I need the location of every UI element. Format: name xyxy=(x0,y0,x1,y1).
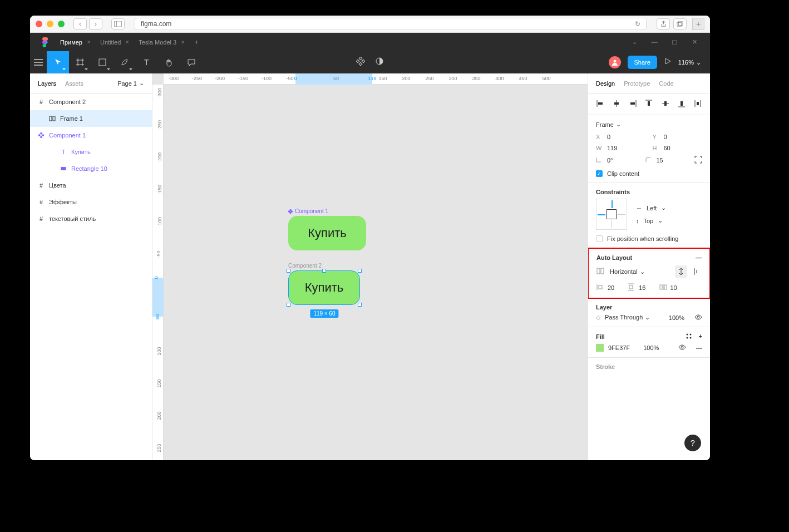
size-badge: 119 × 60 xyxy=(310,309,338,318)
zoom-dropdown[interactable]: 116%⌄ xyxy=(678,59,701,66)
clip-checkbox[interactable]: ✓ xyxy=(596,170,603,177)
close-icon[interactable]: ✕ xyxy=(87,40,91,45)
code-tab[interactable]: Code xyxy=(659,80,673,87)
padding-v-input[interactable]: 16 xyxy=(639,284,645,291)
layer-effects[interactable]: #Эффекты xyxy=(30,194,152,210)
svg-point-20 xyxy=(613,60,616,63)
align-hcenter-icon[interactable] xyxy=(612,99,621,109)
fill-swatch[interactable] xyxy=(596,344,604,352)
distribute-icon[interactable] xyxy=(693,99,702,109)
hand-tool[interactable] xyxy=(158,51,180,73)
align-right-icon[interactable] xyxy=(628,99,637,109)
x-input[interactable]: 0 xyxy=(607,134,610,140)
canvas-button-2-selected[interactable]: Купить xyxy=(288,270,360,305)
direction-dropdown[interactable]: Horizontal⌄ xyxy=(610,268,645,275)
layer-textstyle[interactable]: #текстовый стиль xyxy=(30,210,152,227)
user-avatar[interactable] xyxy=(609,56,621,68)
comment-tool[interactable] xyxy=(180,51,203,73)
fix-position-checkbox[interactable] xyxy=(596,235,603,242)
layer-text-kupit[interactable]: TКупить xyxy=(30,144,152,160)
fill-opacity-input[interactable]: 100% xyxy=(643,344,659,351)
constraint-v-dropdown[interactable]: ↕Top⌄ xyxy=(636,217,666,224)
height-hug-toggle[interactable] xyxy=(675,265,687,278)
h-input[interactable]: 60 xyxy=(664,145,670,151)
address-bar[interactable]: figma.com ↻ xyxy=(135,18,647,30)
blend-dropdown[interactable]: Pass Through⌄ xyxy=(605,314,650,321)
forward-button[interactable]: › xyxy=(89,18,102,29)
text-tool[interactable]: T xyxy=(136,51,158,73)
hamburger-menu-icon[interactable] xyxy=(30,51,47,73)
component-icon[interactable] xyxy=(356,57,365,68)
width-hug-toggle[interactable] xyxy=(689,265,702,278)
constraint-h-dropdown[interactable]: ↔Left⌄ xyxy=(636,204,666,211)
rotation-input[interactable]: 0° xyxy=(607,157,613,164)
layers-tab[interactable]: Layers xyxy=(38,80,56,87)
close-icon[interactable]: ✕ xyxy=(181,40,185,45)
add-tab-button[interactable]: + xyxy=(190,33,203,51)
gap-input[interactable]: 10 xyxy=(670,284,677,291)
svg-rect-16 xyxy=(356,60,359,63)
radius-input[interactable]: 15 xyxy=(657,157,663,164)
pen-tool[interactable] xyxy=(114,51,136,73)
styles-icon[interactable] xyxy=(686,333,692,341)
new-tab-button[interactable]: + xyxy=(692,18,704,30)
sidebar-toggle[interactable] xyxy=(111,18,125,29)
prototype-tab[interactable]: Prototype xyxy=(624,80,650,87)
chevron-down-icon[interactable]: ⌄ xyxy=(629,38,640,46)
remove-autolayout-button[interactable]: — xyxy=(696,254,702,261)
maximize-icon[interactable]: ▢ xyxy=(669,38,680,46)
align-left-icon[interactable] xyxy=(596,99,605,109)
maximize-window-button[interactable] xyxy=(58,21,65,27)
opacity-input[interactable]: 100% xyxy=(669,314,684,321)
add-fill-button[interactable]: + xyxy=(699,333,702,341)
frame-tool[interactable] xyxy=(69,51,91,73)
align-vcenter-icon[interactable] xyxy=(661,99,670,109)
frame-type-dropdown[interactable]: Frame⌄ xyxy=(596,121,702,128)
eye-icon[interactable] xyxy=(694,314,702,321)
tab-tesla[interactable]: Tesla Model 3✕ xyxy=(134,33,190,51)
w-input[interactable]: 119 xyxy=(607,145,617,151)
share-button[interactable]: Share xyxy=(628,56,657,69)
canvas[interactable]: -300 -250 -200 -150 -100 -50 50 150 200 … xyxy=(152,73,588,460)
svg-rect-58 xyxy=(664,285,667,289)
close-window-button[interactable] xyxy=(36,21,42,27)
reload-icon[interactable]: ↻ xyxy=(635,20,640,28)
help-button[interactable]: ? xyxy=(684,435,701,451)
layer-rectangle10[interactable]: Rectangle 10 xyxy=(30,160,152,177)
design-tab[interactable]: Design xyxy=(596,80,615,87)
tabs-icon[interactable] xyxy=(673,18,687,29)
minimize-icon[interactable]: — xyxy=(649,38,660,46)
canvas-label-component2[interactable]: Component 2 xyxy=(288,263,322,269)
layer-frame1[interactable]: Frame 1 xyxy=(30,110,152,127)
layer-component2[interactable]: #Component 2 xyxy=(30,93,152,110)
close-icon[interactable]: ✕ xyxy=(125,40,130,45)
layer-component1[interactable]: Component 1 xyxy=(30,127,152,144)
canvas-label-component1[interactable]: Component 1 xyxy=(288,208,328,214)
minimize-window-button[interactable] xyxy=(47,21,53,27)
align-bottom-icon[interactable] xyxy=(677,99,686,109)
svg-rect-21 xyxy=(50,116,52,121)
padding-h-input[interactable]: 20 xyxy=(608,284,614,291)
y-input[interactable]: 0 xyxy=(664,134,667,140)
canvas-button-1[interactable]: Купить xyxy=(288,216,366,250)
remove-fill-button[interactable]: — xyxy=(696,344,702,351)
mask-icon[interactable] xyxy=(375,57,384,68)
svg-rect-33 xyxy=(598,102,603,105)
eye-icon[interactable] xyxy=(678,344,686,351)
present-icon[interactable] xyxy=(664,57,672,67)
share-icon[interactable] xyxy=(657,18,670,29)
tab-untitled[interactable]: Untitled✕ xyxy=(96,33,134,51)
close-icon[interactable]: ✕ xyxy=(689,38,700,46)
tab-primer[interactable]: Пример✕ xyxy=(56,33,96,51)
constraints-widget[interactable] xyxy=(596,199,627,230)
align-top-icon[interactable] xyxy=(644,99,653,109)
shape-tool[interactable] xyxy=(91,51,114,73)
figma-logo-icon[interactable] xyxy=(40,37,50,47)
independent-corners-icon[interactable] xyxy=(694,156,702,165)
layer-colors[interactable]: #Цвета xyxy=(30,177,152,194)
page-dropdown[interactable]: Page 1⌄ xyxy=(117,80,144,87)
fill-hex-input[interactable]: 9FE37F xyxy=(608,344,630,351)
move-tool[interactable] xyxy=(47,51,69,73)
back-button[interactable]: ‹ xyxy=(73,18,87,29)
assets-tab[interactable]: Assets xyxy=(65,80,83,87)
